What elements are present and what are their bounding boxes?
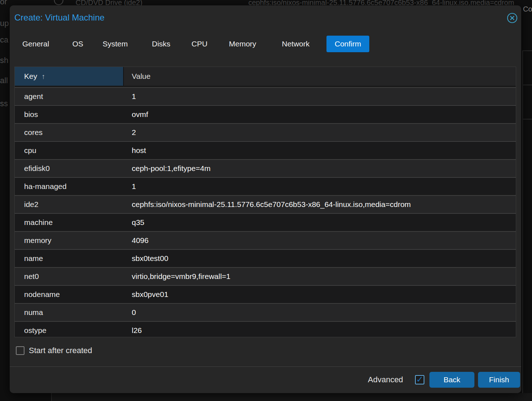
tab-os[interactable]: OS xyxy=(72,36,83,52)
value-cell: ovmf xyxy=(124,106,516,123)
finish-button[interactable]: Finish xyxy=(478,372,520,388)
table-row-nodename[interactable]: nodenamesbx0pve01 xyxy=(15,285,516,303)
background-left-text: ca xyxy=(0,35,8,45)
table-row-numa[interactable]: numa0 xyxy=(15,303,516,321)
table-row-agent[interactable]: agent1 xyxy=(15,87,516,105)
key-cell: cpu xyxy=(15,142,124,159)
dialog-title: Create: Virtual Machine xyxy=(14,13,104,23)
column-header-value-label: Value xyxy=(132,72,150,81)
background-right-text: Co xyxy=(523,5,532,13)
background-row-line xyxy=(523,50,532,51)
footer-divider xyxy=(10,366,521,367)
key-cell: efidisk0 xyxy=(15,160,124,177)
background-row-line xyxy=(523,119,532,120)
table-row-machine[interactable]: machineq35 xyxy=(15,213,516,231)
background-left-text: or xyxy=(0,0,7,6)
start-after-created-checkbox[interactable] xyxy=(16,346,24,355)
key-cell: ide2 xyxy=(15,196,124,213)
checkmark-icon: ✓ xyxy=(416,375,423,384)
value-cell: sbx0test00 xyxy=(124,250,516,267)
advanced-label: Advanced xyxy=(368,372,403,388)
circled-x-close-icon xyxy=(507,13,518,23)
key-cell: ostype xyxy=(15,322,124,337)
key-cell: machine xyxy=(15,214,124,231)
value-cell: 4096 xyxy=(124,232,516,249)
table-row-cpu[interactable]: cpuhost xyxy=(15,141,516,159)
tab-network[interactable]: Network xyxy=(282,36,310,52)
value-cell: virtio,bridge=vmbr9,firewall=1 xyxy=(124,268,516,285)
wizard-tab-bar: GeneralOSSystemDisksCPUMemoryNetworkConf… xyxy=(10,36,521,52)
close-button[interactable] xyxy=(507,13,518,23)
key-cell: name xyxy=(15,250,124,267)
tab-memory[interactable]: Memory xyxy=(229,36,256,52)
table-row-efidisk0[interactable]: efidisk0ceph-pool:1,efitype=4m xyxy=(15,159,516,177)
tab-disks[interactable]: Disks xyxy=(152,36,170,52)
key-cell: memory xyxy=(15,232,124,249)
column-header-key-label: Key xyxy=(24,72,37,81)
advanced-checkbox[interactable]: ✓ xyxy=(415,375,424,384)
sort-ascending-icon: ↑ xyxy=(41,72,45,81)
value-cell: ceph-pool:1,efitype=4m xyxy=(124,160,516,177)
background-left-text: all xyxy=(0,76,8,85)
value-cell: 2 xyxy=(124,124,516,141)
table-row-ostype[interactable]: ostypel26 xyxy=(15,321,516,337)
value-cell: 1 xyxy=(124,88,516,105)
value-cell: 1 xyxy=(124,178,516,195)
start-after-created-label: Start after created xyxy=(29,346,92,355)
table-row-ide2[interactable]: ide2cephfs:iso/nixos-minimal-25.11.5776.… xyxy=(15,195,516,213)
value-cell: host xyxy=(124,142,516,159)
value-cell: l26 xyxy=(124,322,516,337)
background-left-text: up xyxy=(0,19,9,28)
background-vertical-divider xyxy=(522,50,523,401)
value-cell: cephfs:iso/nixos-minimal-25.11.5776.6c5e… xyxy=(124,196,516,213)
confirm-summary-table: Key ↑ Value agent1biosovmfcores2cpuhoste… xyxy=(14,67,516,337)
column-header-key[interactable]: Key ↑ xyxy=(15,67,124,86)
tab-confirm[interactable]: Confirm xyxy=(326,36,369,52)
table-row-memory[interactable]: memory4096 xyxy=(15,231,516,249)
background-bottom-panel xyxy=(52,393,532,401)
background-bottom-divider xyxy=(51,393,52,401)
tab-system[interactable]: System xyxy=(103,36,128,52)
create-vm-dialog: Create: Virtual Machine GeneralOSSystemD… xyxy=(10,5,521,393)
back-button[interactable]: Back xyxy=(429,372,474,388)
start-after-created-row: Start after created xyxy=(16,346,92,356)
background-left-text: sh xyxy=(0,56,8,65)
background-row-line xyxy=(523,85,532,85)
tab-cpu[interactable]: CPU xyxy=(191,36,207,52)
table-header-row: Key ↑ Value xyxy=(15,67,516,86)
value-cell: sbx0pve01 xyxy=(124,286,516,303)
table-body: agent1biosovmfcores2cpuhostefidisk0ceph-… xyxy=(15,87,516,337)
key-cell: agent xyxy=(15,88,124,105)
key-cell: bios xyxy=(15,106,124,123)
key-cell: nodename xyxy=(15,286,124,303)
key-cell: ha-managed xyxy=(15,178,124,195)
background-left-text: ss xyxy=(0,99,8,108)
key-cell: cores xyxy=(15,124,124,141)
tab-general[interactable]: General xyxy=(22,36,49,52)
table-row-name[interactable]: namesbx0test00 xyxy=(15,249,516,267)
key-cell: net0 xyxy=(15,268,124,285)
table-row-ha-managed[interactable]: ha-managed1 xyxy=(15,177,516,195)
value-cell: q35 xyxy=(124,214,516,231)
table-row-bios[interactable]: biosovmf xyxy=(15,105,516,123)
background-radio-icon xyxy=(54,0,63,5)
table-row-net0[interactable]: net0virtio,bridge=vmbr9,firewall=1 xyxy=(15,267,516,285)
key-cell: numa xyxy=(15,304,124,321)
value-cell: 0 xyxy=(124,304,516,321)
table-row-cores[interactable]: cores2 xyxy=(15,123,516,141)
column-header-value[interactable]: Value xyxy=(124,67,516,86)
